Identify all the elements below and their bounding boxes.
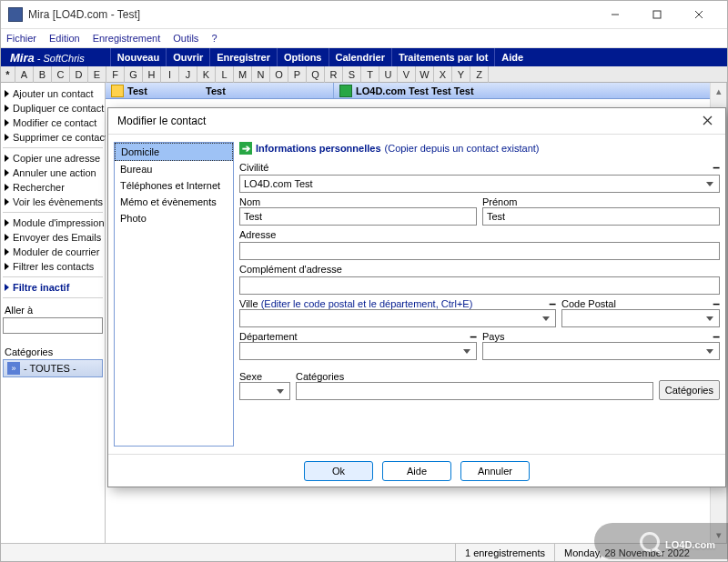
alpha-l[interactable]: L [216, 66, 234, 83]
sexe-select[interactable] [239, 382, 290, 400]
alpha-c[interactable]: C [52, 66, 70, 83]
sidebar-item-undo[interactable]: Annuler une action [3, 166, 103, 180]
tb-options[interactable]: Options [277, 48, 329, 66]
alpha-j[interactable]: J [179, 66, 197, 83]
civilite-select[interactable]: LO4D.com Test [239, 175, 720, 193]
alpha-s[interactable]: S [343, 66, 361, 83]
sidebar-item-search[interactable]: Rechercher [3, 180, 103, 195]
sidebar-item-delete[interactable]: Supprimer ce contact [3, 130, 103, 145]
ok-button[interactable]: Ok [304, 461, 373, 481]
menu-fichier[interactable]: Fichier [6, 33, 36, 44]
tb-ouvrir[interactable]: Ouvrir [166, 48, 209, 66]
cp-select[interactable] [561, 309, 720, 327]
alpha-v[interactable]: V [398, 66, 416, 83]
tab-bureau[interactable]: Bureau [115, 161, 233, 177]
dialog-form: ➔ Informations personnelles (Copier depu… [239, 142, 720, 447]
tb-enregistrer[interactable]: Enregistrer [209, 48, 277, 66]
tab-telephones[interactable]: Téléphones et Internet [115, 177, 233, 194]
list-col-2[interactable]: LO4D.com Test Test Test [333, 83, 726, 98]
pays-select[interactable] [482, 342, 720, 360]
ville-edit-link[interactable]: (Editer le code postal et le département… [261, 298, 473, 309]
sidebar-item-duplicate[interactable]: Dupliquer ce contact [3, 101, 103, 115]
alpha-m[interactable]: M [234, 66, 252, 83]
menu-enregistrement[interactable]: Enregistrement [93, 33, 161, 44]
sidebar-item-events[interactable]: Voir les évènements [3, 195, 103, 209]
brand-toolbar: Mira - SoftChris Nouveau Ouvrir Enregist… [1, 48, 727, 66]
label-dept: Département [239, 331, 298, 342]
alpha-u[interactable]: U [379, 66, 398, 83]
sidebar-item-add[interactable]: Ajouter un contact [3, 86, 103, 101]
close-icon [703, 115, 713, 125]
alpha-n[interactable]: N [252, 66, 270, 83]
magnifier-icon [640, 532, 660, 552]
dept-select[interactable] [239, 342, 477, 360]
dialog-close-button[interactable] [698, 115, 716, 128]
sidebar-item-modify[interactable]: Modifier ce contact [3, 115, 103, 130]
maximize-button[interactable] [636, 1, 678, 28]
adresse-input[interactable] [239, 242, 720, 260]
tab-memo[interactable]: Mémo et évènements [115, 194, 233, 210]
alpha-k[interactable]: K [197, 66, 216, 83]
collapse-icon[interactable]: – [549, 300, 556, 307]
alpha-h[interactable]: H [143, 66, 161, 83]
alpha-f[interactable]: F [106, 66, 125, 83]
sidebar-item-copy-address[interactable]: Copier une adresse [3, 151, 103, 166]
alpha-r[interactable]: R [325, 66, 343, 83]
collapse-icon[interactable]: – [713, 333, 720, 340]
complement-input[interactable] [239, 276, 720, 295]
alpha-a[interactable]: A [15, 66, 34, 83]
ville-select[interactable] [239, 309, 556, 327]
triangle-icon [5, 134, 9, 141]
alpha-o[interactable]: O [270, 66, 288, 83]
categories-button[interactable]: Catégories [659, 380, 720, 400]
tb-nouveau[interactable]: Nouveau [110, 48, 166, 66]
copy-from-existing-link[interactable]: (Copier depuis un contact existant) [385, 143, 540, 154]
tb-calendrier[interactable]: Calendrier [329, 48, 391, 66]
alpha-z[interactable]: Z [470, 66, 489, 83]
prenom-input[interactable] [482, 207, 720, 226]
tab-domicile[interactable]: Domicile [115, 143, 233, 161]
list-col-1b[interactable]: Test [206, 85, 333, 97]
alpha-d[interactable]: D [70, 66, 88, 83]
close-button[interactable] [678, 1, 720, 28]
categories-input[interactable] [296, 382, 653, 400]
label-adresse: Adresse [239, 227, 720, 240]
scroll-up-icon[interactable]: ▴ [711, 83, 726, 99]
list-col-1a[interactable]: Test [127, 85, 147, 96]
window-title: Mira [LO4D.com - Test] [28, 8, 594, 21]
close-icon [694, 10, 703, 19]
sidebar-item-mail-module[interactable]: Moduler de courrier [3, 245, 103, 259]
alpha-t[interactable]: T [361, 66, 379, 83]
minimize-button[interactable] [594, 1, 636, 28]
collapse-icon[interactable]: – [713, 300, 720, 307]
alpha-all[interactable]: * [1, 66, 15, 83]
dialog-button-row: Ok Aide Annuler [108, 454, 725, 487]
alpha-p[interactable]: P [288, 66, 307, 83]
sidebar-item-filter[interactable]: Filtrer les contacts [3, 259, 103, 274]
alpha-e[interactable]: E [88, 66, 106, 83]
label-complement: Complément d'adresse [239, 262, 720, 275]
goto-input[interactable] [3, 317, 103, 334]
cancel-button[interactable]: Annuler [460, 461, 530, 481]
sidebar-filter-inactive[interactable]: Filtre inactif [3, 280, 103, 295]
alpha-x[interactable]: X [434, 66, 452, 83]
nom-input[interactable] [239, 207, 477, 226]
alpha-i[interactable]: I [161, 66, 179, 83]
sidebar-item-print[interactable]: Module d'impression [3, 216, 103, 230]
menu-outils[interactable]: Outils [173, 33, 198, 44]
menu-help[interactable]: ? [211, 33, 217, 44]
alpha-w[interactable]: W [416, 66, 434, 83]
tb-aide[interactable]: Aide [494, 48, 530, 66]
collapse-icon[interactable]: – [470, 333, 477, 340]
sidebar-item-send-emails[interactable]: Envoyer des Emails [3, 230, 103, 245]
tab-photo[interactable]: Photo [115, 210, 233, 226]
alpha-q[interactable]: Q [307, 66, 325, 83]
alpha-g[interactable]: G [125, 66, 143, 83]
tb-traitements[interactable]: Traitements par lot [391, 48, 494, 66]
categories-select[interactable]: » - TOUTES - [3, 359, 103, 377]
help-button[interactable]: Aide [382, 461, 451, 481]
alpha-b[interactable]: B [34, 66, 52, 83]
collapse-icon[interactable]: – [713, 164, 720, 171]
menu-edition[interactable]: Edition [49, 33, 80, 44]
alpha-y[interactable]: Y [452, 66, 470, 83]
